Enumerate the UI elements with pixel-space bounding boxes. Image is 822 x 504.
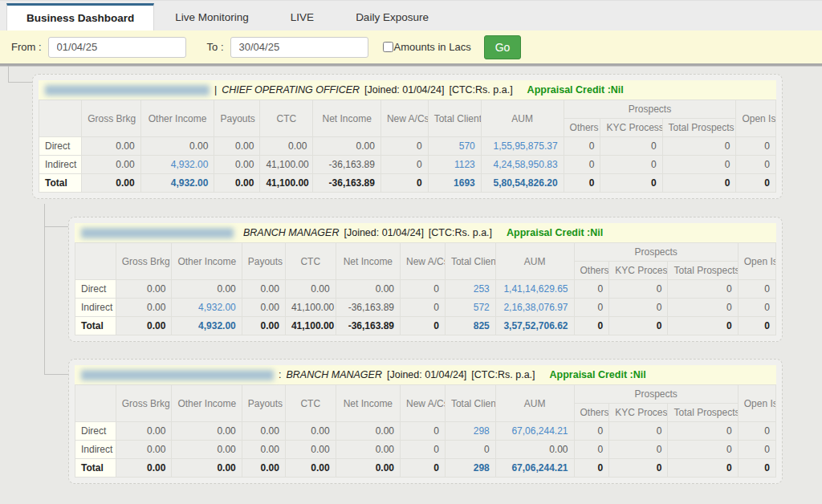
table-cell[interactable]: 298: [445, 459, 495, 478]
table-cell[interactable]: 4,932.00: [140, 156, 214, 174]
table-cell: 0.00: [172, 280, 242, 299]
tree-connector-line: [44, 374, 68, 375]
column-header: Net Income: [336, 385, 400, 422]
table-cell[interactable]: 67,06,244.21: [495, 459, 574, 478]
row-label: Indirect: [75, 441, 116, 459]
table-cell[interactable]: 253: [445, 280, 495, 299]
table-cell: 0: [738, 299, 775, 317]
coo-panel: | CHIEF OPERATING OFFICER [Joined: 01/04…: [32, 74, 783, 199]
table-cell: 0: [574, 299, 609, 317]
table-cell[interactable]: 1123: [428, 156, 481, 174]
table-cell: 0.00: [140, 137, 214, 156]
table-cell: 0: [736, 156, 776, 174]
table-cell[interactable]: 572: [445, 299, 495, 317]
table-cell: 0: [445, 441, 495, 459]
table-cell[interactable]: 4,932.00: [172, 299, 242, 317]
column-header: AUM: [481, 100, 564, 137]
table-cell: 0.00: [242, 422, 285, 441]
tab-bar: Business Dashboard Live Monitoring LIVE …: [0, 0, 822, 30]
column-header: Open Issues: [738, 243, 775, 280]
from-label: From :: [11, 41, 42, 53]
table-cell: 0.00: [116, 280, 172, 299]
from-date-input[interactable]: [48, 37, 186, 58]
table-cell: 0: [574, 280, 609, 299]
table-cell: 0: [600, 174, 662, 193]
table-cell: 41,100.00: [260, 156, 313, 174]
go-button[interactable]: Go: [484, 35, 522, 59]
column-header: Net Income: [313, 100, 380, 137]
table-cell[interactable]: 1,55,95,875.37: [481, 137, 564, 156]
column-header-prospects-group: Prospects: [574, 385, 738, 404]
table-cell[interactable]: 5,80,54,826.20: [481, 174, 564, 193]
tab-business-dashboard[interactable]: Business Dashboard: [6, 3, 154, 30]
joined-date: [Joined: 01/04/24]: [387, 369, 466, 380]
column-header: Total Prospects: [668, 404, 738, 422]
table-cell[interactable]: 2,16,38,076.97: [495, 299, 574, 317]
title-separator: |: [214, 84, 217, 96]
table-cell[interactable]: 4,932.00: [172, 317, 242, 335]
column-header: CTC: [285, 385, 336, 422]
amounts-in-lacs-label: Amounts in Lacs: [394, 41, 471, 53]
table-cell: 41,100.00: [285, 299, 336, 317]
table-cell: 0.00: [242, 317, 285, 335]
joined-date: [Joined: 01/04/24]: [344, 227, 423, 238]
table-cell: 0.00: [336, 441, 400, 459]
column-header: Gross Brkg: [116, 385, 172, 422]
table-cell: 41,100.00: [260, 174, 313, 193]
panel-title: | CHIEF OPERATING OFFICER [Joined: 01/04…: [39, 80, 776, 100]
corner-header-blank: [75, 385, 116, 422]
table-cell: 0: [609, 422, 668, 441]
table-cell: 0: [668, 299, 738, 317]
column-header: Other Income: [172, 385, 242, 422]
table-cell: 0: [401, 459, 446, 478]
table-cell: 0: [738, 459, 775, 478]
tree-connector-line: [8, 66, 9, 83]
table-cell: 0.00: [172, 422, 242, 441]
column-header: Payouts: [242, 385, 285, 422]
row-label: Total: [75, 317, 116, 335]
table-cell: 0: [609, 280, 668, 299]
table-cell: 0: [564, 156, 600, 174]
table-cell: 0: [738, 441, 775, 459]
tab-live-monitoring[interactable]: Live Monitoring: [154, 4, 270, 30]
tab-live[interactable]: LIVE: [270, 4, 335, 30]
table-cell: 0.00: [495, 441, 574, 459]
table-cell[interactable]: 1,41,14,629.65: [495, 280, 574, 299]
table-cell: 0.00: [82, 156, 140, 174]
joined-date: [Joined: 01/04/24]: [364, 84, 444, 96]
table-cell[interactable]: 825: [445, 317, 495, 335]
column-header: Total Prospects: [668, 262, 738, 280]
table-cell[interactable]: 298: [445, 422, 495, 441]
table-cell[interactable]: 67,06,244.21: [495, 422, 574, 441]
table-cell: 0: [600, 137, 662, 156]
row-label: Direct: [75, 280, 116, 299]
table-cell: 0.00: [313, 137, 380, 156]
to-date-input[interactable]: [230, 37, 368, 58]
table-row: Direct0.000.000.000.000.0002531,41,14,62…: [75, 280, 776, 299]
row-label: Direct: [75, 422, 116, 441]
table-cell: 0.00: [82, 174, 140, 193]
table-cell[interactable]: 4,932.00: [140, 174, 214, 193]
table-cell[interactable]: 570: [428, 137, 481, 156]
table-cell: 0.00: [116, 422, 172, 441]
table-cell: 0.00: [172, 441, 242, 459]
panel-title: : BRANCH MANAGER [Joined: 01/04/24] [CTC…: [75, 365, 776, 384]
table-cell[interactable]: 1693: [428, 174, 481, 193]
table-cell: 0.00: [285, 280, 336, 299]
panel-title: BRANCH MANAGER [Joined: 01/04/24] [CTC:R…: [75, 223, 776, 242]
corner-header-blank: [75, 243, 116, 280]
table-cell: 0: [564, 137, 600, 156]
tree-connector-line: [44, 226, 68, 227]
table-cell: 0.00: [82, 137, 140, 156]
table-cell: 0.00: [242, 299, 285, 317]
employee-role: BRANCH MANAGER: [286, 369, 381, 380]
tab-daily-exposure[interactable]: Daily Exposure: [335, 4, 450, 30]
column-header: Open Issues: [738, 385, 775, 422]
dashboard-content: | CHIEF OPERATING OFFICER [Joined: 01/04…: [0, 66, 822, 498]
employee-role: CHIEF OPERATING OFFICER: [222, 84, 360, 96]
amounts-in-lacs-checkbox[interactable]: [383, 42, 393, 52]
table-cell[interactable]: 4,24,58,950.83: [481, 156, 564, 174]
redacted-employee-name: [81, 228, 234, 238]
table-cell[interactable]: 3,57,52,706.62: [495, 317, 574, 335]
tree-connector-line: [8, 82, 32, 83]
